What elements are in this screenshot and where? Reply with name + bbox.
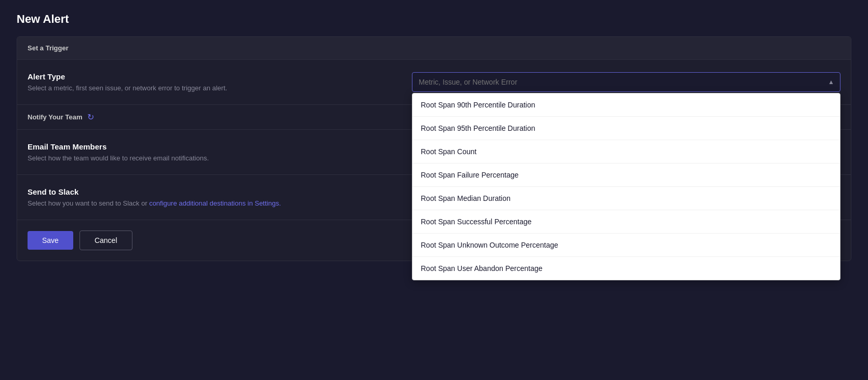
slack-section-title: Send to Slack	[28, 187, 391, 196]
alert-type-dropdown: Root Span 90th Percentile Duration Root …	[412, 93, 840, 280]
alert-type-description: Select a metric, first seen issue, or ne…	[28, 84, 391, 92]
alert-type-section: Alert Type Select a metric, first seen i…	[17, 60, 851, 105]
save-button[interactable]: Save	[28, 231, 73, 250]
dropdown-item-6[interactable]: Root Span Unknown Outcome Percentage	[412, 234, 840, 257]
dropdown-item-5[interactable]: Root Span Successful Percentage	[412, 210, 840, 234]
alert-type-title: Alert Type	[28, 72, 391, 81]
slack-section-left: Send to Slack Select how you want to sen…	[28, 187, 391, 207]
page-title: New Alert	[17, 12, 851, 26]
email-section-description: Select how the team would like to receiv…	[28, 154, 391, 162]
slack-settings-link[interactable]: configure additional destinations in Set…	[149, 199, 281, 207]
alert-type-input[interactable]	[412, 72, 840, 92]
dropdown-item-0[interactable]: Root Span 90th Percentile Duration	[412, 93, 840, 117]
notify-title: Notify Your Team	[28, 113, 82, 121]
email-section-left: Email Team Members Select how the team w…	[28, 142, 391, 162]
dropdown-item-1[interactable]: Root Span 95th Percentile Duration	[412, 117, 840, 140]
refresh-icon[interactable]: ↻	[87, 112, 94, 122]
alert-type-select-wrapper: ▲ Root Span 90th Percentile Duration Roo…	[412, 72, 840, 92]
slack-section-description: Select how you want to send to Slack or …	[28, 199, 391, 207]
cancel-button[interactable]: Cancel	[79, 230, 132, 250]
dropdown-item-2[interactable]: Root Span Count	[412, 140, 840, 164]
dropdown-item-7[interactable]: Root Span User Abandon Percentage	[412, 257, 840, 280]
email-section-title: Email Team Members	[28, 142, 391, 151]
alert-type-right: ▲ Root Span 90th Percentile Duration Roo…	[412, 72, 840, 92]
trigger-section-header: Set a Trigger	[17, 37, 851, 60]
dropdown-item-3[interactable]: Root Span Failure Percentage	[412, 164, 840, 187]
alert-type-left: Alert Type Select a metric, first seen i…	[28, 72, 391, 92]
new-alert-card: Set a Trigger Alert Type Select a metric…	[17, 36, 851, 261]
dropdown-item-4[interactable]: Root Span Median Duration	[412, 187, 840, 210]
card-body: Alert Type Select a metric, first seen i…	[17, 60, 851, 261]
